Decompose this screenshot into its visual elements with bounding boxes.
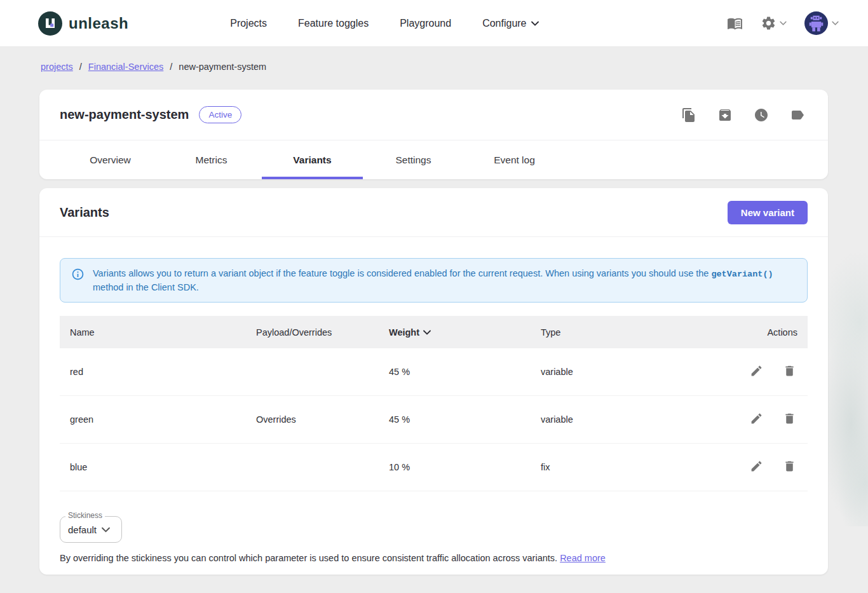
- gear-icon: [761, 15, 776, 31]
- nav-projects[interactable]: Projects: [230, 18, 267, 29]
- row-actions: [731, 458, 797, 476]
- tab-variants[interactable]: Variants: [262, 140, 363, 179]
- variant-type: variable: [541, 367, 731, 377]
- variant-name: red: [70, 367, 256, 377]
- unleash-logo-icon: [38, 11, 62, 36]
- variant-type: variable: [541, 414, 731, 425]
- delete-variant-button[interactable]: [782, 411, 797, 428]
- delete-variant-button[interactable]: [782, 363, 797, 381]
- col-header-actions: Actions: [731, 327, 797, 337]
- col-header-type: Type: [541, 327, 731, 337]
- stickiness-value: default: [68, 524, 97, 535]
- tag-icon: [790, 107, 805, 123]
- feature-title: new-payment-system: [60, 107, 189, 122]
- status-badge: Active: [199, 106, 241, 123]
- breadcrumb-separator: /: [79, 62, 82, 72]
- feature-tabs: Overview Metrics Variants Settings Event…: [39, 140, 828, 179]
- chevron-down-icon: [102, 527, 110, 533]
- clock-icon: [754, 107, 769, 123]
- trash-icon: [783, 412, 796, 425]
- pencil-icon: [750, 460, 763, 473]
- table-row: green Overrides 45 % variable: [60, 396, 808, 444]
- chevron-down-icon: [531, 21, 539, 26]
- code-snippet: getVariant(): [711, 269, 773, 279]
- stickiness-label: Stickiness: [65, 511, 105, 520]
- variants-title: Variants: [60, 205, 109, 220]
- decorative-texture: [826, 234, 868, 526]
- nav-feature-toggles[interactable]: Feature toggles: [298, 18, 369, 29]
- docs-book-icon: [727, 15, 743, 31]
- breadcrumb-project[interactable]: Financial-Services: [88, 62, 163, 72]
- top-navbar: unleash Projects Feature toggles Playgro…: [0, 0, 868, 47]
- edit-variant-button[interactable]: [749, 458, 764, 476]
- breadcrumb: projects / Financial-Services / new-paym…: [41, 62, 868, 72]
- breadcrumb-current: new-payment-system: [179, 62, 266, 72]
- archive-icon: [717, 107, 733, 123]
- row-actions: [731, 411, 797, 428]
- tag-button[interactable]: [787, 105, 808, 125]
- read-more-link[interactable]: Read more: [560, 553, 606, 563]
- pencil-icon: [750, 364, 763, 378]
- chevron-down-icon: [832, 21, 839, 25]
- new-variant-button[interactable]: New variant: [728, 201, 808, 224]
- stickiness-field: Stickiness default: [60, 516, 122, 543]
- archive-feature-button[interactable]: [715, 105, 735, 125]
- variant-weight: 45 %: [389, 414, 541, 425]
- stickiness-help-text: By overriding the stickiness you can con…: [60, 553, 808, 563]
- unleash-logo[interactable]: unleash: [38, 11, 128, 36]
- table-header-row: Name Payload/Overrides Weight Type Actio…: [60, 316, 808, 348]
- variants-card: Variants New variant Variants allows you…: [39, 188, 828, 575]
- copy-feature-button[interactable]: [679, 105, 699, 125]
- variants-table: Name Payload/Overrides Weight Type Actio…: [60, 316, 808, 491]
- avatar: [804, 11, 828, 35]
- variant-weight: 45 %: [389, 367, 541, 377]
- tab-event-log[interactable]: Event log: [464, 140, 565, 179]
- row-actions: [731, 363, 797, 381]
- variant-name: green: [70, 414, 256, 425]
- alert-text: Variants allows you to return a variant …: [93, 267, 796, 294]
- info-icon: [71, 268, 85, 281]
- sort-chevron-down-icon: [423, 330, 431, 335]
- variant-weight: 10 %: [389, 462, 541, 472]
- table-row: blue 10 % fix: [60, 444, 808, 491]
- col-header-name: Name: [70, 327, 256, 337]
- variant-name: blue: [70, 462, 256, 472]
- variants-section-body: Variants allows you to return a variant …: [39, 237, 828, 563]
- breadcrumb-projects[interactable]: projects: [41, 62, 73, 72]
- copy-icon: [681, 107, 696, 123]
- brand-name: unleash: [69, 15, 128, 32]
- feature-actions: [679, 105, 808, 125]
- col-header-weight-sort[interactable]: Weight: [389, 327, 541, 337]
- variant-type: fix: [541, 462, 731, 472]
- pencil-icon: [750, 412, 763, 425]
- trash-icon: [783, 364, 796, 378]
- tab-metrics[interactable]: Metrics: [161, 140, 262, 179]
- edit-variant-button[interactable]: [749, 411, 764, 428]
- history-button[interactable]: [751, 105, 771, 125]
- tab-overview[interactable]: Overview: [60, 140, 161, 179]
- delete-variant-button[interactable]: [782, 458, 797, 476]
- main-nav: Projects Feature toggles Playground Conf…: [230, 18, 538, 29]
- navbar-right: [727, 11, 839, 35]
- feature-head: new-payment-system Active: [39, 90, 828, 140]
- user-menu-button[interactable]: [804, 11, 839, 35]
- feature-header-card: new-payment-system Active: [39, 90, 828, 179]
- settings-menu-button[interactable]: [761, 15, 787, 31]
- docs-button[interactable]: [727, 15, 743, 31]
- nav-configure[interactable]: Configure: [482, 18, 538, 29]
- variant-payload: Overrides: [256, 414, 389, 425]
- stickiness-select[interactable]: default: [60, 516, 122, 543]
- nav-playground[interactable]: Playground: [400, 18, 451, 29]
- tab-settings[interactable]: Settings: [363, 140, 464, 179]
- col-header-payload: Payload/Overrides: [256, 327, 389, 337]
- trash-icon: [783, 460, 796, 473]
- variants-section-head: Variants New variant: [39, 188, 828, 237]
- edit-variant-button[interactable]: [749, 363, 764, 381]
- table-row: red 45 % variable: [60, 348, 808, 396]
- breadcrumb-separator: /: [170, 62, 172, 72]
- chevron-down-icon: [780, 21, 787, 25]
- variants-info-alert: Variants allows you to return a variant …: [60, 258, 808, 303]
